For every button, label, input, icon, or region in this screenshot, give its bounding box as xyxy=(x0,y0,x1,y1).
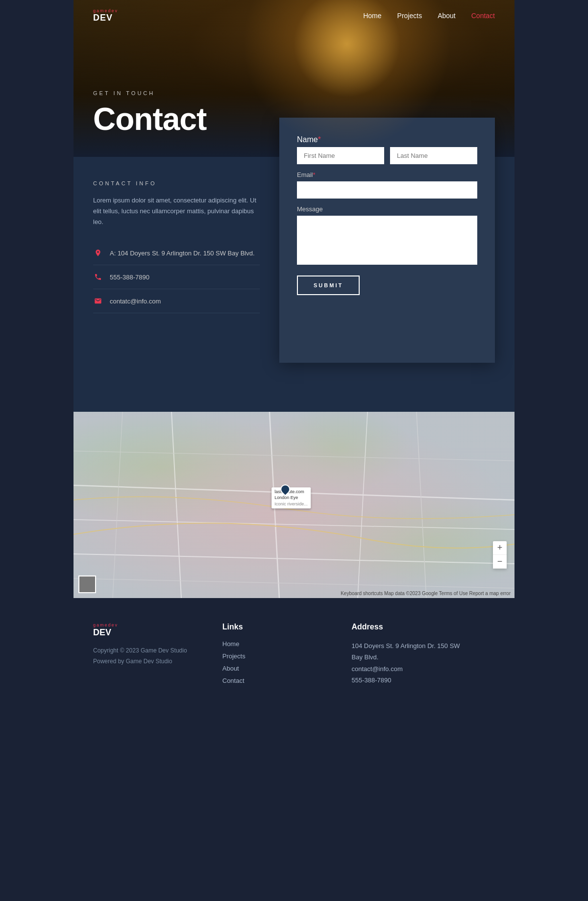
phone-icon xyxy=(93,272,103,282)
pin-sublabel: Iconic riverside... xyxy=(274,501,308,506)
footer-link-about[interactable]: About xyxy=(222,665,342,672)
spacer xyxy=(74,363,514,412)
submit-button[interactable]: SUBMIT xyxy=(297,275,360,295)
svg-line-8 xyxy=(74,451,514,461)
email-label: Email* xyxy=(297,171,477,178)
footer-logo-bottom: DEV xyxy=(93,627,213,638)
nav-link-home[interactable]: Home xyxy=(363,12,381,20)
nav-link-contact[interactable]: Contact xyxy=(471,12,495,20)
message-group: Message xyxy=(297,205,477,265)
nav-links: Home Projects About Contact xyxy=(363,11,495,20)
contact-left: CONTACT INFO Lorem ipsum dolor sit amet,… xyxy=(74,157,279,363)
footer-address-text: 104 Doyers St. 9 Arlington Dr. 150 SW Ba… xyxy=(352,640,495,686)
navbar: gameDEV DEV Home Projects About Contact xyxy=(74,0,514,31)
footer-logo-accent: DEV xyxy=(108,623,119,627)
map-attribution: Keyboard shortcuts Map data ©2023 Google… xyxy=(341,591,511,596)
email-input[interactable] xyxy=(297,181,477,199)
contact-description: Lorem ipsum dolor sit amet, consectetur … xyxy=(93,195,260,227)
contact-info-title: CONTACT INFO xyxy=(93,180,260,186)
map-thumbnail xyxy=(78,576,96,593)
svg-line-4 xyxy=(358,412,368,598)
footer-address-title: Address xyxy=(352,623,495,631)
email-icon xyxy=(93,296,103,306)
map-label: lastminute.com London Eye Iconic riversi… xyxy=(271,487,311,509)
email-required: * xyxy=(313,171,316,178)
contact-phone-text: 555-388-7890 xyxy=(110,274,149,281)
pin-label-line2: London Eye xyxy=(274,495,298,500)
message-label: Message xyxy=(297,205,477,213)
footer-links-title: Links xyxy=(222,623,342,631)
footer-address-column: Address 104 Doyers St. 9 Arlington Dr. 1… xyxy=(342,623,495,689)
logo-bottom: DEV xyxy=(93,13,118,22)
footer: gameDEV DEV Copyright © 2023 Game Dev St… xyxy=(74,598,514,709)
nav-item-contact[interactable]: Contact xyxy=(471,11,495,20)
map-zoom-controls: + − xyxy=(493,541,507,569)
contact-email-row: contatc@info.com xyxy=(93,289,260,313)
contact-address-row: A: 104 Doyers St. 9 Arlington Dr. 150 SW… xyxy=(93,241,260,265)
nav-item-about[interactable]: About xyxy=(438,11,456,20)
footer-logo-top: gameDEV xyxy=(93,623,213,627)
svg-line-9 xyxy=(74,578,514,588)
contact-phone-row: 555-388-7890 xyxy=(93,265,260,289)
nav-item-home[interactable]: Home xyxy=(363,11,381,20)
svg-line-2 xyxy=(172,412,181,598)
footer-link-contact[interactable]: Contact xyxy=(222,677,342,684)
map-section: lastminute.com London Eye Iconic riversi… xyxy=(74,412,514,598)
logo[interactable]: gameDEV DEV xyxy=(93,9,118,22)
map-pin[interactable]: lastminute.com London Eye Iconic riversi… xyxy=(260,484,311,509)
svg-line-6 xyxy=(113,412,122,598)
footer-link-home[interactable]: Home xyxy=(222,640,342,648)
zoom-in-button[interactable]: + xyxy=(493,541,507,555)
email-group: Email* xyxy=(297,171,477,199)
svg-line-7 xyxy=(416,412,426,598)
footer-link-projects[interactable]: Projects xyxy=(222,652,342,660)
nav-link-about[interactable]: About xyxy=(438,12,456,20)
zoom-out-button[interactable]: − xyxy=(493,555,507,569)
location-icon xyxy=(93,248,103,258)
footer-brand: gameDEV DEV Copyright © 2023 Game Dev St… xyxy=(93,623,213,689)
footer-links-column: Links Home Projects About Contact xyxy=(213,623,342,689)
hero-subtitle: GET IN TOUCH xyxy=(93,90,495,96)
footer-logo[interactable]: gameDEV DEV xyxy=(93,623,213,638)
svg-line-5 xyxy=(74,554,514,564)
contact-section: CONTACT INFO Lorem ipsum dolor sit amet,… xyxy=(74,157,514,363)
contact-email-text: contatc@info.com xyxy=(110,298,161,305)
footer-copyright: Copyright © 2023 Game Dev Studio Powered… xyxy=(93,646,213,667)
contact-address-text: A: 104 Doyers St. 9 Arlington Dr. 150 SW… xyxy=(110,250,255,257)
hero-content: GET IN TOUCH Contact xyxy=(93,90,495,137)
footer-logo-plain: game xyxy=(93,623,108,627)
nav-link-projects[interactable]: Projects xyxy=(397,12,422,20)
hero-title: Contact xyxy=(93,101,495,137)
nav-item-projects[interactable]: Projects xyxy=(397,11,422,20)
message-textarea[interactable] xyxy=(297,216,477,265)
